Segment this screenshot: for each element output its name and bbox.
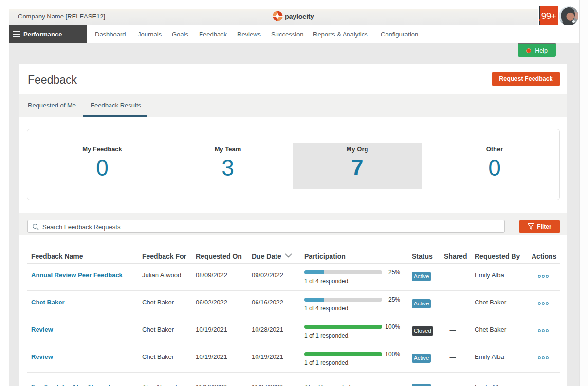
svg-text:paylocity: paylocity: [285, 13, 314, 20]
